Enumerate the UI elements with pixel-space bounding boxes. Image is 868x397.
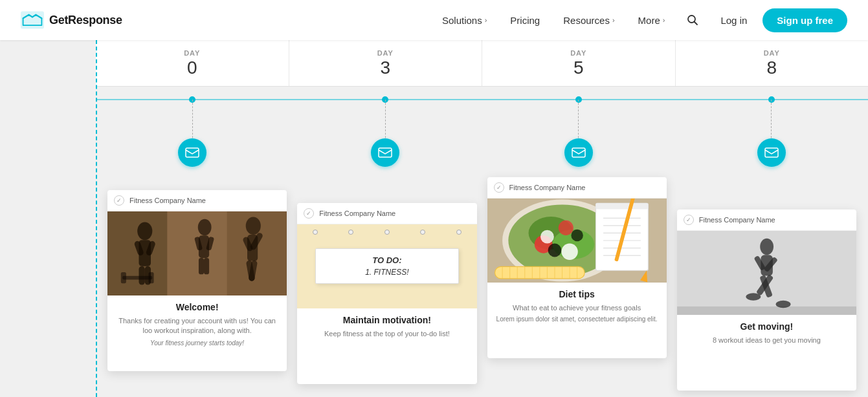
card-company-3: Fitness Company Name — [699, 216, 775, 224]
svg-rect-44 — [595, 203, 648, 209]
svg-rect-8 — [107, 211, 167, 295]
email-card-2[interactable]: ✓ Fitness Company Name — [487, 177, 667, 358]
card-desc-3: 8 workout ideas to get you moving — [685, 336, 849, 345]
svg-rect-31 — [149, 272, 154, 283]
main-content: DAY 0 DAY 3 DAY 5 DAY 8 — [0, 40, 868, 397]
signup-button[interactable]: Sign up free — [762, 8, 847, 32]
card-image-1: TO DO: 1. FITNESS! — [297, 224, 476, 308]
svg-point-23 — [246, 217, 261, 235]
card-image-2 — [487, 198, 667, 283]
email-icon-3 — [757, 138, 786, 167]
runner-svg — [677, 231, 856, 315]
svg-rect-3 — [186, 148, 199, 157]
svg-rect-9 — [167, 211, 227, 295]
card-check-2: ✓ — [494, 182, 504, 193]
timeline-section: DAY 0 DAY 3 DAY 5 DAY 8 — [96, 40, 868, 339]
day-col-5: DAY 5 — [482, 40, 676, 86]
email-icon-0 — [178, 138, 206, 167]
svg-rect-30 — [121, 272, 126, 283]
search-button[interactable] — [680, 8, 705, 32]
workout-svg — [107, 211, 287, 295]
svg-line-2 — [695, 22, 698, 25]
resources-chevron-icon: › — [612, 16, 615, 24]
card-subdesc-0: Your fitness journey starts today! — [115, 339, 279, 348]
workout-scene — [107, 211, 287, 295]
salad-svg — [487, 198, 667, 283]
card-title-0: Welcome! — [115, 302, 279, 312]
card-header-2: ✓ Fitness Company Name — [487, 177, 667, 198]
search-icon — [687, 14, 698, 26]
card-body-2: Diet tips What to eat to achieve your fi… — [487, 283, 667, 330]
svg-rect-21 — [199, 258, 204, 274]
navigation: GetResponse Solutions › Pricing Resource… — [0, 0, 868, 40]
logo[interactable]: GetResponse — [21, 11, 122, 29]
card-header-0: ✓ Fitness Company Name — [107, 190, 287, 211]
logo-text: GetResponse — [49, 14, 122, 27]
day-headers: DAY 0 DAY 3 DAY 5 DAY 8 — [96, 40, 868, 87]
svg-point-74 — [775, 301, 790, 308]
svg-rect-0 — [21, 12, 44, 29]
svg-point-41 — [561, 243, 577, 259]
svg-point-40 — [571, 229, 583, 241]
svg-point-73 — [746, 293, 761, 301]
email-card-3[interactable]: ✓ Fitness Company Name — [677, 209, 856, 391]
svg-rect-6 — [765, 148, 778, 157]
email-card-0[interactable]: ✓ Fitness Company Name — [107, 190, 287, 371]
svg-rect-15 — [139, 266, 145, 284]
card-body-0: Welcome! Thanks for creating your accoun… — [107, 295, 287, 354]
cards-area: ✓ Fitness Company Name — [96, 113, 868, 339]
card-check-0: ✓ — [114, 195, 124, 206]
card-body-1: Maintain motivation! Keep fitness at the… — [297, 308, 476, 345]
svg-rect-29 — [122, 275, 152, 279]
card-check-1: ✓ — [304, 208, 314, 219]
card-subdesc-2: Lorem ipsum dolor sit amet, consectetuer… — [495, 315, 659, 324]
svg-rect-4 — [379, 148, 392, 157]
card-check-3: ✓ — [684, 215, 694, 225]
svg-point-17 — [198, 219, 212, 235]
nav-item-pricing[interactable]: Pricing — [500, 10, 550, 31]
day-col-3: DAY 3 — [289, 40, 483, 86]
more-chevron-icon: › — [663, 16, 665, 24]
email-icons-row — [96, 138, 868, 167]
email-cards: ✓ Fitness Company Name — [96, 171, 868, 391]
nav-item-resources[interactable]: Resources › — [553, 10, 625, 31]
card-header-3: ✓ Fitness Company Name — [677, 209, 856, 231]
nav-links: Solutions › Pricing Resources › More › — [432, 10, 675, 31]
svg-rect-5 — [572, 148, 585, 157]
card-header-1: ✓ Fitness Company Name — [297, 203, 476, 224]
left-dashed-line — [96, 40, 97, 397]
svg-rect-22 — [204, 258, 209, 274]
card-company-2: Fitness Company Name — [509, 184, 586, 191]
card-body-3: Get moving! 8 workout ideas to get you m… — [677, 315, 856, 352]
svg-point-39 — [548, 243, 561, 257]
svg-point-67 — [760, 239, 773, 255]
nav-actions: Log in Sign up free — [680, 8, 847, 32]
card-image-3 — [677, 231, 856, 315]
svg-rect-66 — [677, 306, 856, 315]
todo-notebook: TO DO: 1. FITNESS! — [315, 248, 459, 284]
login-button[interactable]: Log in — [710, 10, 757, 31]
card-company-1: Fitness Company Name — [319, 209, 395, 217]
logo-icon — [21, 11, 44, 29]
svg-point-42 — [540, 230, 554, 244]
day-col-0: DAY 0 — [96, 40, 289, 86]
card-desc-2: What to eat to achieve your fitness goal… — [495, 303, 659, 313]
email-icon-1 — [371, 138, 399, 167]
card-title-3: Get moving! — [685, 321, 849, 332]
day-col-8: DAY 8 — [676, 40, 869, 86]
solutions-chevron-icon: › — [485, 16, 487, 24]
notebook-spiral — [297, 230, 476, 235]
card-image-0 — [107, 211, 287, 295]
card-title-1: Maintain motivation! — [305, 315, 469, 325]
nav-item-more[interactable]: More › — [628, 10, 676, 31]
card-desc-1: Keep fitness at the top of your to-do li… — [305, 329, 469, 339]
nav-item-solutions[interactable]: Solutions › — [432, 10, 497, 31]
svg-point-38 — [558, 220, 573, 235]
card-desc-0: Thanks for creating your account with us… — [115, 316, 279, 336]
email-card-1[interactable]: ✓ Fitness Company Name — [297, 203, 476, 384]
email-icon-2 — [564, 138, 593, 167]
card-company-0: Fitness Company Name — [129, 197, 206, 204]
svg-point-11 — [137, 222, 152, 240]
card-title-2: Diet tips — [495, 289, 659, 299]
